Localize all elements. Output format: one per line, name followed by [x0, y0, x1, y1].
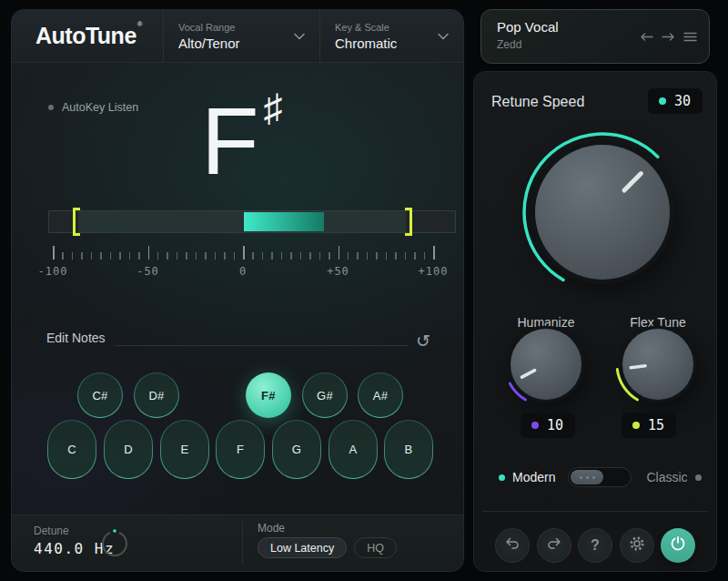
pitch-meter-bar	[48, 210, 456, 233]
mode-option-low-latency[interactable]: Low Latency	[258, 537, 347, 558]
autokey-status-dot	[48, 105, 54, 110]
humanize-knob[interactable]	[500, 319, 592, 413]
power-icon	[669, 535, 687, 556]
note-button-e[interactable]: E	[160, 420, 209, 479]
meter-scale-labels: -100-500+50+100	[48, 265, 456, 278]
note-button-d-sharp[interactable]: D#	[134, 372, 179, 418]
mode-option-hq[interactable]: HQ	[354, 537, 397, 558]
vocal-range-value: Alto/Tenor	[178, 36, 240, 51]
retune-speed-knob[interactable]	[516, 126, 689, 302]
footer-divider	[482, 511, 708, 512]
mode-label: Mode	[258, 522, 285, 535]
modern-status-dot	[499, 474, 505, 481]
classic-status-dot	[695, 474, 702, 481]
preset-name: Pop Vocal	[497, 19, 559, 35]
key-scale-dropdown[interactable]: Key & Scale Chromatic	[319, 10, 463, 62]
vocal-range-dropdown[interactable]: Vocal Range Alto/Tenor	[163, 10, 319, 62]
gear-icon	[628, 535, 646, 556]
edit-notes-divider	[115, 345, 409, 346]
vocal-range-label: Vocal Range	[178, 22, 240, 33]
classic-label: Classic	[646, 470, 687, 484]
note-button-g-sharp[interactable]: G#	[302, 372, 348, 418]
note-button-c[interactable]: C	[47, 420, 96, 479]
note-button-f-sharp[interactable]: F#	[246, 372, 291, 418]
humanize-value: 10	[547, 417, 563, 433]
note-accidental: ♯	[264, 87, 283, 129]
flex-tune-value: 15	[648, 417, 664, 433]
reset-icon: ↺	[416, 331, 430, 352]
flex-tune-knob[interactable]	[612, 319, 703, 413]
undo-button[interactable]	[495, 528, 530, 563]
note-letter: F	[201, 88, 259, 194]
meter-bracket-high[interactable]	[405, 208, 412, 236]
meter-ruler	[48, 245, 456, 260]
bottom-bar-divider	[242, 521, 243, 565]
redo-icon	[545, 535, 563, 556]
next-preset-button[interactable]	[662, 32, 675, 42]
key-scale-value: Chromatic	[335, 36, 397, 51]
toggle-thumb[interactable]	[571, 470, 603, 484]
retune-speed-value: 30	[674, 93, 691, 109]
logo-section: AutoTune®	[12, 10, 163, 62]
previous-preset-button[interactable]	[640, 32, 653, 42]
help-button[interactable]: ?	[578, 528, 612, 563]
main-panel: AutoTune® Vocal Range Alto/Tenor Key & S…	[11, 9, 464, 572]
preset-menu-icon[interactable]	[683, 32, 697, 42]
help-icon: ?	[591, 537, 600, 554]
registered-mark: ®	[137, 20, 142, 28]
settings-button[interactable]	[620, 528, 654, 563]
autokey-label: AutoKey Listen	[62, 101, 138, 114]
humanize-value-box[interactable]: 10	[521, 413, 575, 438]
side-panel: Pop Vocal Zedd Retune Speed 30	[473, 9, 717, 572]
modern-label: Modern	[512, 470, 555, 484]
note-button-b[interactable]: B	[384, 420, 433, 479]
undo-icon	[503, 535, 521, 556]
meter-fill	[244, 212, 324, 231]
bottom-bar: Detune 440.0 Hz Mode Low Latency HQ	[12, 515, 463, 571]
modern-classic-toggle[interactable]	[568, 467, 632, 487]
retune-speed-label: Retune Speed	[491, 94, 584, 110]
pitch-meter: -100-500+50+100	[48, 210, 456, 283]
chevron-down-icon	[438, 33, 449, 40]
power-button[interactable]	[661, 528, 695, 563]
note-button-a[interactable]: A	[329, 420, 378, 479]
detune-knob[interactable]	[99, 528, 130, 563]
flex-tune-value-box[interactable]: 15	[622, 413, 676, 438]
preset-author: Zedd	[497, 38, 521, 51]
autokey-listen-toggle[interactable]: AutoKey Listen	[48, 101, 138, 114]
note-button-a-sharp[interactable]: A#	[358, 372, 403, 418]
note-button-d[interactable]: D	[104, 420, 153, 479]
preset-card[interactable]: Pop Vocal Zedd	[480, 9, 710, 64]
reset-notes-button[interactable]: ↺	[413, 331, 433, 351]
key-scale-label: Key & Scale	[335, 22, 397, 33]
footer-buttons: ?	[495, 528, 695, 563]
flex-tune-value-dot	[632, 422, 640, 429]
mode-pills: Low Latency HQ	[258, 537, 397, 558]
humanize-value-dot	[531, 422, 539, 429]
top-bar: AutoTune® Vocal Range Alto/Tenor Key & S…	[12, 10, 463, 63]
note-button-c-sharp[interactable]: C#	[77, 372, 123, 418]
detune-label: Detune	[34, 525, 69, 537]
detected-note-display: F♯	[201, 94, 283, 189]
note-button-g[interactable]: G	[272, 420, 321, 479]
modern-classic-row: Modern Classic	[499, 467, 702, 487]
retune-value-dot	[659, 97, 666, 105]
chevron-down-icon	[294, 33, 305, 40]
meter-zone	[78, 211, 405, 232]
note-grid: C#D#F#G#A#CDEFGAB	[12, 371, 463, 489]
redo-button[interactable]	[537, 528, 571, 563]
app-logo: AutoTune®	[35, 23, 141, 49]
edit-notes-label: Edit Notes	[46, 331, 106, 345]
meter-bracket-low[interactable]	[73, 208, 80, 236]
note-button-f[interactable]: F	[216, 420, 265, 479]
retune-speed-value-box[interactable]: 30	[648, 88, 703, 114]
